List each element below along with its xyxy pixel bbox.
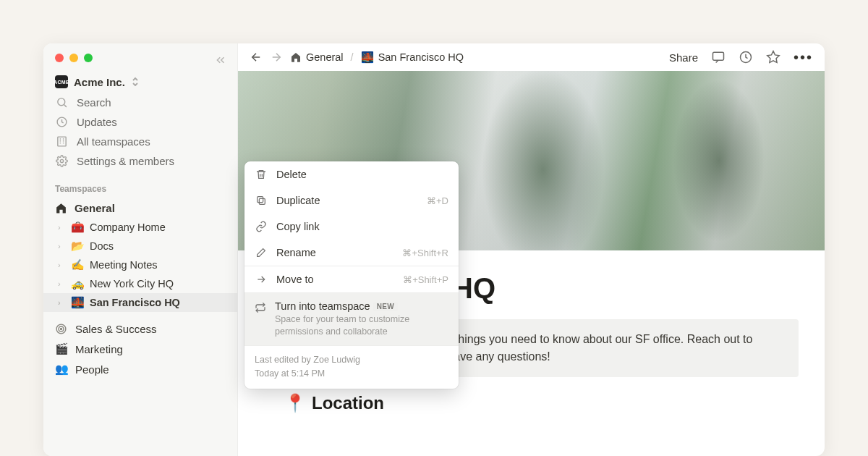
page-sf-hq[interactable]: › 🌉 San Francisco HQ xyxy=(43,293,237,312)
page-label: Meeting Notes xyxy=(90,259,158,271)
chevron-right-icon: › xyxy=(58,242,67,250)
menu-description: Space for your team to customize permiss… xyxy=(275,313,448,338)
teamspace-sales[interactable]: Sales & Success xyxy=(43,319,237,339)
page-label: New York City HQ xyxy=(90,278,174,290)
new-badge: NEW xyxy=(373,302,398,311)
sidebar-settings[interactable]: Settings & members xyxy=(43,151,237,171)
menu-turn-into-teamspace[interactable]: Turn into teamspace NEW Space for your t… xyxy=(244,293,459,345)
page-emoji: 🚕 xyxy=(71,277,85,290)
page-emoji: 🧰 xyxy=(71,221,85,234)
page-docs[interactable]: › 📂 Docs xyxy=(43,237,237,256)
more-icon[interactable]: ••• xyxy=(793,49,813,66)
pushpin-icon: 📍 xyxy=(284,393,306,413)
page-emoji: 🌉 xyxy=(71,296,85,309)
search-icon xyxy=(55,96,68,109)
menu-label: Rename xyxy=(276,247,316,258)
shortcut: ⌘+D xyxy=(427,195,448,206)
menu-copy-link[interactable]: Copy link xyxy=(244,214,459,240)
teamspace-label: People xyxy=(75,363,109,376)
nav-back-icon[interactable] xyxy=(250,51,263,64)
window-controls xyxy=(43,49,237,71)
page-label: Company Home xyxy=(90,221,166,233)
svg-rect-10 xyxy=(258,197,263,203)
minimize-window-icon[interactable] xyxy=(69,54,78,62)
menu-delete[interactable]: Delete xyxy=(244,161,459,187)
sidebar-search[interactable]: Search xyxy=(43,93,237,112)
chevron-right-icon: › xyxy=(58,298,67,307)
duplicate-icon xyxy=(255,195,268,206)
last-edited-by: Last edited by Zoe Ludwig xyxy=(255,353,448,367)
menu-rename[interactable]: Rename ⌘+Shift+R xyxy=(244,240,459,266)
sidebar-all-teamspaces[interactable]: All teamspaces xyxy=(43,132,237,151)
page-label: San Francisco HQ xyxy=(90,297,180,308)
nav-forward-icon[interactable] xyxy=(270,51,283,64)
menu-label: Delete xyxy=(276,169,307,180)
app-window: ACME Acme Inc. Search Updates All teamsp… xyxy=(43,43,825,456)
breadcrumb-parent[interactable]: General xyxy=(306,51,344,63)
maximize-window-icon[interactable] xyxy=(84,54,93,62)
sidebar-all-teamspaces-label: All teamspaces xyxy=(77,135,150,148)
menu-label: Copy link xyxy=(276,221,320,232)
svg-rect-7 xyxy=(712,52,723,60)
breadcrumb-page[interactable]: San Francisco HQ xyxy=(378,51,464,63)
workspace-name: Acme Inc. xyxy=(74,76,125,88)
sidebar-updates[interactable]: Updates xyxy=(43,112,237,132)
page-label: Docs xyxy=(90,240,114,252)
svg-point-3 xyxy=(60,159,63,162)
menu-label: Move to xyxy=(276,274,314,285)
comments-icon[interactable] xyxy=(711,50,726,64)
chevron-expand-icon xyxy=(131,77,140,87)
gear-icon xyxy=(55,155,68,167)
sidebar-settings-label: Settings & members xyxy=(77,155,174,167)
close-window-icon[interactable] xyxy=(55,54,64,62)
svg-rect-2 xyxy=(57,137,65,146)
svg-point-6 xyxy=(60,328,61,329)
teamspace-label: Marketing xyxy=(75,343,123,355)
arrow-right-icon xyxy=(255,274,268,285)
page-emoji: 📂 xyxy=(71,240,85,253)
workspace-logo: ACME xyxy=(55,75,68,88)
history-icon[interactable] xyxy=(739,50,753,64)
share-button[interactable]: Share xyxy=(669,51,698,64)
teamspace-marketing[interactable]: 🎬 Marketing xyxy=(43,339,237,359)
menu-label: Duplicate xyxy=(276,195,320,206)
edit-icon xyxy=(255,247,268,258)
clapper-icon: 🎬 xyxy=(55,342,68,355)
breadcrumb: General / 🌉 San Francisco HQ xyxy=(290,51,464,64)
page-meeting-notes[interactable]: › ✍️ Meeting Notes xyxy=(43,256,237,274)
sidebar-search-label: Search xyxy=(77,96,111,109)
sidebar: ACME Acme Inc. Search Updates All teamsp… xyxy=(43,43,238,456)
page-company-home[interactable]: › 🧰 Company Home xyxy=(43,218,237,237)
menu-label: Turn into teamspace xyxy=(275,300,370,312)
teamspace-people[interactable]: 👥 People xyxy=(43,359,237,379)
page-emoji: ✍️ xyxy=(71,258,85,271)
topbar: General / 🌉 San Francisco HQ Share ••• xyxy=(238,43,825,71)
context-menu: Delete Duplicate ⌘+D Copy link Rename ⌘+… xyxy=(244,161,459,389)
menu-move-to[interactable]: Move to ⌘+Shift+P xyxy=(244,266,459,292)
sidebar-collapse-icon[interactable] xyxy=(214,54,227,67)
teamspace-general[interactable]: General xyxy=(43,198,237,218)
clock-icon xyxy=(55,116,68,128)
convert-icon xyxy=(255,302,266,313)
trash-icon xyxy=(255,169,268,180)
shortcut: ⌘+Shift+R xyxy=(402,248,448,258)
page-nyc-hq[interactable]: › 🚕 New York City HQ xyxy=(43,274,237,293)
menu-duplicate[interactable]: Duplicate ⌘+D xyxy=(244,187,459,214)
sidebar-updates-label: Updates xyxy=(77,116,117,128)
chevron-right-icon: › xyxy=(58,261,67,269)
teamspace-label: Sales & Success xyxy=(75,323,157,335)
teamspaces-section-label: Teamspaces xyxy=(43,171,237,198)
last-edited-time: Today at 5:14 PM xyxy=(255,367,448,381)
target-icon xyxy=(55,323,68,335)
people-icon: 👥 xyxy=(55,363,68,376)
workspace-switcher[interactable]: ACME Acme Inc. xyxy=(43,71,237,93)
home-icon xyxy=(55,202,67,214)
favorite-icon[interactable] xyxy=(766,50,780,64)
teamspace-general-label: General xyxy=(75,202,115,214)
link-icon xyxy=(255,221,268,232)
svg-rect-9 xyxy=(259,198,265,204)
building-icon xyxy=(55,135,68,148)
breadcrumb-page-emoji: 🌉 xyxy=(361,51,374,64)
breadcrumb-sep: / xyxy=(351,51,354,63)
home-icon[interactable] xyxy=(290,51,302,63)
